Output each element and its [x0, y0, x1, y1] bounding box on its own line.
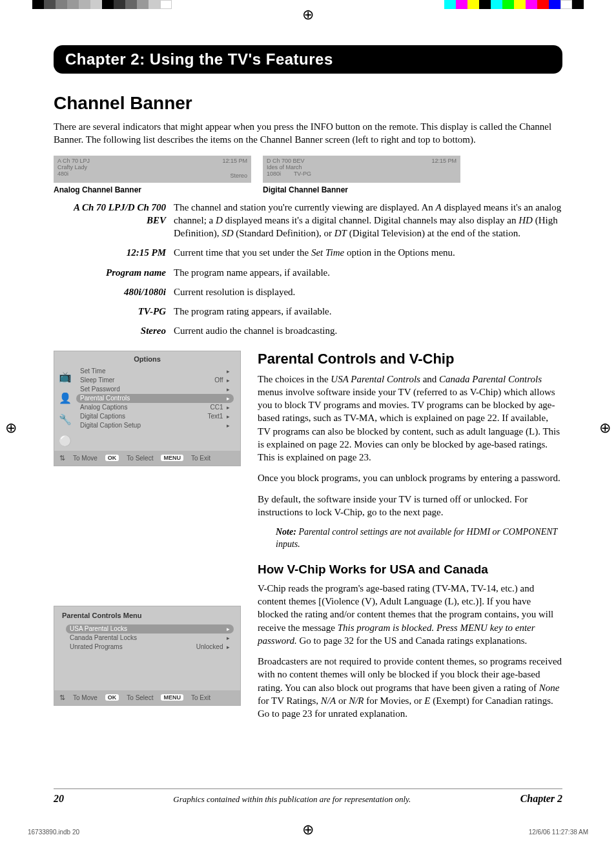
ok-pill: OK: [105, 455, 119, 461]
banner-text: Ides of March: [267, 164, 457, 170]
osd-menu-item: Sleep TimerOff ▸: [76, 376, 234, 385]
footer-chapter: Chapter 2: [520, 793, 562, 805]
def-term: Program name: [54, 266, 174, 279]
osd-menu-item: Digital Caption Setup ▸: [76, 421, 234, 430]
def-body: The program rating appears, if available…: [174, 305, 562, 318]
def-term: Stereo: [54, 324, 174, 337]
osd-menu-item: Digital CaptionsText1 ▸: [76, 412, 234, 421]
def-term: 480i/1080i: [54, 285, 174, 298]
options-menu-graphic: Options 📺 👤 🔧 ⚪ Set Time ▸Sleep TimerOff…: [54, 351, 241, 466]
note: Note: Parental control settings are not …: [276, 526, 562, 551]
banner-text: A Ch 70 LPJ: [57, 158, 90, 164]
paragraph: Once you block programs, you can unblock…: [258, 471, 562, 484]
def-body: Current resolution is displayed.: [174, 285, 562, 298]
analog-banner-graphic: A Ch 70 LPJ12:15 PM Crafty Lady 480iSter…: [54, 156, 251, 183]
paragraph: Broadcasters are not required to provide…: [258, 655, 562, 720]
paragraph: The choices in the USA Parental Controls…: [258, 373, 562, 464]
footer-label: To Move: [73, 694, 98, 701]
digital-banner-graphic: D Ch 700 BEV12:15 PM Ides of March 1080i…: [263, 156, 460, 183]
footer-note: Graphics contained within this publicati…: [173, 794, 411, 805]
footer-label: To Exit: [191, 455, 210, 462]
def-term: 12:15 PM: [54, 246, 174, 259]
def-body: Current time that you set under the Set …: [174, 246, 562, 259]
def-term: TV-PG: [54, 305, 174, 318]
tv-icon: 📺: [59, 371, 72, 383]
chapter-title-bar: Chapter 2: Using the TV's Features: [54, 45, 562, 74]
osd-menu-item: Analog CaptionsCC1 ▸: [76, 403, 234, 412]
registration-mark-icon: ⊕: [302, 821, 314, 838]
def-body: The channel and station you're currently…: [174, 201, 562, 240]
updown-icon: ⇅: [59, 694, 65, 702]
banner-text: 1080i: [267, 170, 281, 177]
osd-menu-item: Set Password ▸: [76, 385, 234, 394]
banner-text: Crafty Lady: [57, 164, 247, 170]
osd-footer: ⇅To Move OKTo Select MENUTo Exit: [54, 451, 240, 466]
paragraph: V-Chip reads the program's age-based rat…: [258, 582, 562, 647]
section-heading: Channel Banner: [54, 93, 562, 114]
footer-label: To Exit: [191, 694, 210, 701]
banner-caption: Digital Channel Banner: [263, 185, 460, 194]
globe-icon: ⚪: [59, 435, 72, 447]
registration-mark-icon: ⊕: [302, 6, 314, 23]
banner-text: 12:15 PM: [431, 158, 457, 164]
banner-caption: Analog Channel Banner: [54, 185, 251, 194]
menu-pill: MENU: [161, 455, 183, 461]
registration-mark-icon: ⊕: [599, 420, 611, 437]
updown-icon: ⇅: [59, 454, 65, 462]
def-term: A Ch 70 LPJ/D Ch 700 BEV: [54, 201, 174, 240]
osd-menu-item: Unrated ProgramsUnlocked ▸: [66, 643, 234, 652]
osd-title: Options: [54, 351, 240, 367]
osd-menu-item: Parental Controls ▸: [76, 394, 234, 403]
osd-menu-item: Canada Parental Locks ▸: [66, 634, 234, 643]
footer-label: To Select: [127, 694, 153, 701]
print-timestamp: 12/6/06 11:27:38 AM: [529, 829, 588, 836]
page-number: 20: [54, 793, 64, 805]
banner-text: 480i: [57, 170, 68, 177]
footer-label: To Select: [127, 455, 153, 462]
paragraph: By default, the software inside your TV …: [258, 493, 562, 519]
def-body: The program name appears, if available.: [174, 266, 562, 279]
section-heading: Parental Controls and V-Chip: [258, 351, 562, 367]
page-footer: 20 Graphics contained within this public…: [54, 788, 562, 805]
parental-controls-menu-graphic: Parental Controls Menu USA Parental Lock…: [54, 606, 241, 706]
banner-text: D Ch 700 BEV: [267, 158, 305, 164]
registration-mark-icon: ⊕: [5, 420, 17, 437]
footer-label: To Move: [73, 455, 98, 462]
osd-menu-item: USA Parental Locks ▸: [66, 624, 234, 634]
ok-pill: OK: [105, 694, 119, 701]
person-icon: 👤: [59, 392, 72, 404]
osd-footer: ⇅To Move OKTo Select MENUTo Exit: [54, 690, 240, 705]
osd-menu-item: Set Time ▸: [76, 367, 234, 376]
osd-title: Parental Controls Menu: [54, 606, 240, 624]
intro-paragraph: There are several indicators that might …: [54, 120, 562, 147]
colorbar-left: [32, 0, 172, 9]
print-file: 16733890.indb 20: [28, 829, 79, 836]
banner-text: TV-PG: [294, 170, 311, 177]
menu-pill: MENU: [161, 694, 183, 701]
def-body: Current audio the channel is broadcastin…: [174, 324, 562, 337]
section-heading: How V-Chip Works for USA and Canada: [258, 562, 562, 577]
colorbar-right: [444, 0, 584, 9]
banner-text: Stereo: [230, 172, 247, 179]
tools-icon: 🔧: [59, 413, 72, 426]
banner-text: 12:15 PM: [222, 158, 247, 164]
